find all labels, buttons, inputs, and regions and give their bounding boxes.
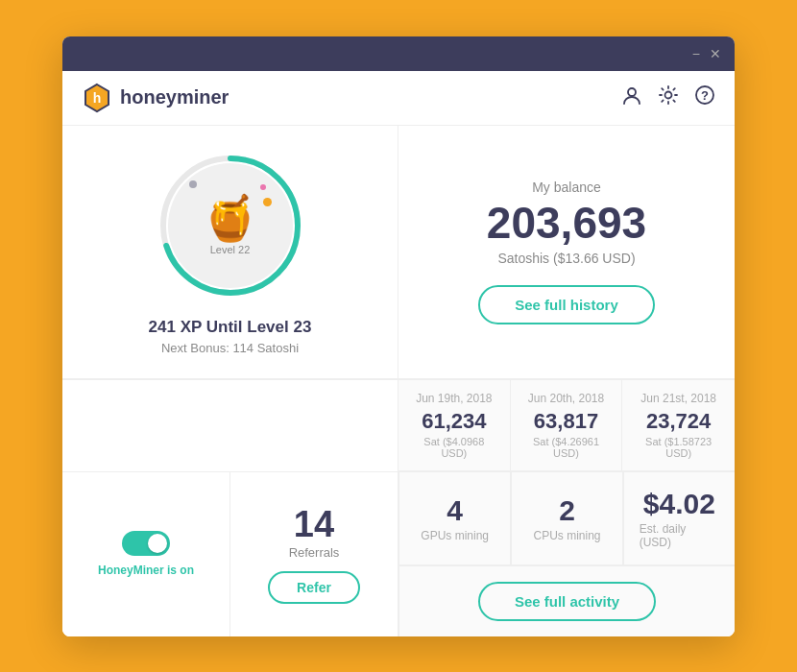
level-label: Level 22	[210, 244, 251, 255]
history-col-2: Jun 20th, 2018 63,817 Sat ($4.26961 USD)	[511, 380, 623, 470]
gpus-stat: 4 GPUs mining	[399, 472, 511, 565]
logo-text: honeyminer	[120, 86, 229, 108]
balance-sub: Satoshis ($13.66 USD)	[497, 251, 635, 266]
xp-text: 241 XP Until Level 23	[149, 318, 312, 337]
miner-status-text: HoneyMiner is on	[98, 564, 194, 577]
circle-inner: 🍯 Level 22	[168, 163, 293, 288]
help-icon[interactable]: ?	[694, 84, 715, 110]
logo: h honeyminer	[82, 83, 229, 113]
level-circle: 🍯 Level 22	[154, 149, 307, 302]
header: h honeyminer ?	[62, 71, 735, 126]
minimize-button[interactable]: −	[692, 47, 700, 60]
miner-toggle[interactable]	[122, 531, 170, 556]
stats-panel: 4 GPUs mining 2 CPUs mining $4.02 Est. d…	[398, 472, 735, 636]
history-date-2: Jun 20th, 2018	[526, 392, 607, 405]
referrals-label: Referrals	[289, 545, 340, 560]
titlebar: − ✕	[62, 36, 735, 71]
history-date-1: Jun 19th, 2018	[414, 392, 495, 405]
history-amount-1: 61,234	[414, 409, 495, 434]
logo-icon: h	[82, 83, 112, 113]
referrals-count: 14	[294, 504, 334, 545]
balance-label: My balance	[532, 180, 601, 195]
gpus-label: GPUs mining	[421, 529, 489, 542]
bonus-text: Next Bonus: 114 Satoshi	[161, 341, 299, 355]
history-col-1: Jun 19th, 2018 61,234 Sat ($4.0968 USD)	[398, 380, 511, 470]
svg-text:h: h	[93, 90, 102, 106]
close-button[interactable]: ✕	[710, 47, 721, 60]
see-full-activity-button[interactable]: See full activity	[478, 582, 656, 621]
level-panel: 🍯 Level 22 241 XP Until Level 23 Next Bo…	[62, 126, 398, 379]
referrals-panel: 14 Referrals Refer	[230, 472, 398, 636]
cpus-value: 2	[559, 494, 575, 527]
svg-point-3	[665, 92, 672, 99]
svg-point-2	[628, 88, 636, 96]
header-icons: ?	[621, 84, 715, 110]
history-amount-3: 23,724	[638, 409, 719, 434]
history-sat-2: Sat ($4.26961 USD)	[526, 436, 607, 459]
cpus-stat: 2 CPUs mining	[511, 472, 622, 565]
see-full-history-button[interactable]: See full history	[478, 285, 655, 324]
main-window: − ✕ h honeyminer	[62, 36, 735, 636]
balance-amount: 203,693	[487, 201, 646, 245]
daily-value: $4.02	[643, 488, 715, 520]
daily-label: Est. daily (USD)	[640, 522, 719, 549]
miner-toggle-panel: HoneyMiner is on	[62, 472, 230, 636]
history-amount-2: 63,817	[526, 409, 607, 434]
history-row: Jun 19th, 2018 61,234 Sat ($4.0968 USD) …	[398, 380, 735, 471]
balance-panel: My balance 203,693 Satoshis ($13.66 USD)…	[398, 126, 735, 379]
history-date-3: Jun 21st, 2018	[638, 392, 719, 405]
cpus-label: CPUs mining	[533, 529, 600, 542]
daily-stat: $4.02 Est. daily (USD)	[623, 472, 735, 565]
history-sat-3: Sat ($1.58723 USD)	[638, 436, 719, 459]
svg-text:?: ?	[701, 88, 709, 103]
refer-button[interactable]: Refer	[268, 571, 360, 604]
pot-icon: 🍯	[203, 196, 257, 240]
history-sat-1: Sat ($4.0968 USD)	[414, 436, 495, 459]
gpus-value: 4	[447, 494, 463, 527]
profile-icon[interactable]	[621, 84, 642, 110]
main-content: 🍯 Level 22 241 XP Until Level 23 Next Bo…	[62, 126, 735, 379]
settings-icon[interactable]	[658, 84, 679, 110]
history-col-3: Jun 21st, 2018 23,724 Sat ($1.58723 USD)	[622, 380, 735, 470]
